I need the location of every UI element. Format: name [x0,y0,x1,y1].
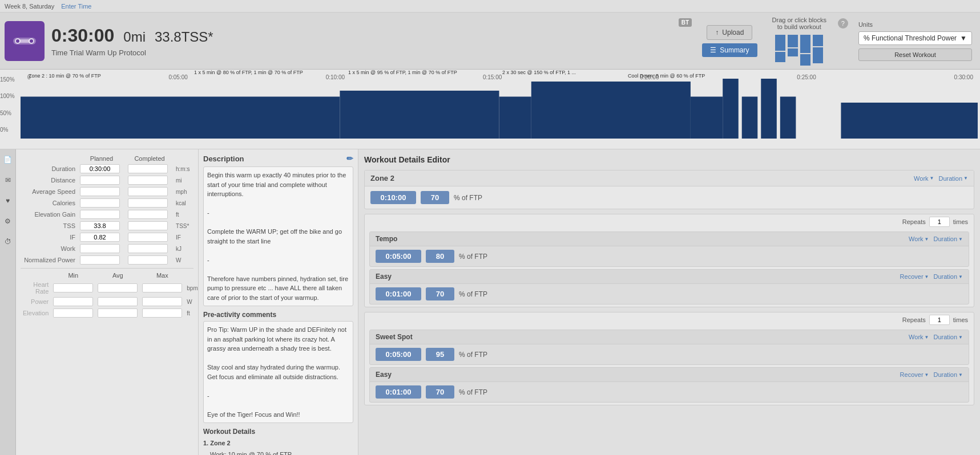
main-content: 📄 ✉ ♥ ⚙ ⏱ Planned Completed Duration h:m… [0,149,980,455]
minmax-avg[interactable] [95,280,140,296]
sidebar-tool-icon[interactable]: ⚙ [2,216,14,227]
times-label-2: times [953,316,968,323]
reset-button[interactable]: Reset Workout [858,48,972,61]
repeats-input-2[interactable] [929,315,950,325]
easy-2-duration-btn[interactable]: Duration [934,371,963,378]
completed-header: Completed [126,154,174,163]
sidebar-mail-icon[interactable]: ✉ [2,174,14,186]
sidebar-clock-icon[interactable]: ⏱ [2,236,14,247]
stats-planned[interactable] [78,254,126,266]
stats-planned[interactable] [78,186,126,197]
minmax-avg[interactable] [95,296,140,307]
sweetspot-work-btn[interactable]: Work [909,334,929,340]
stats-planned[interactable] [78,174,126,186]
easy-1-row: % of FTP [370,284,969,304]
minmax-row: Heart Rate bpm [21,280,199,296]
stats-unit: h:m:s [174,163,193,174]
bt-badge: BT [679,18,692,27]
easy-1-time[interactable] [376,287,421,300]
zone-2-controls: Work Duration [914,175,968,182]
edit-icon[interactable]: ✏ [346,154,353,163]
stats-planned[interactable] [78,220,126,231]
workout-detail-item: 1. Zone 2 [203,438,353,449]
stats-divider [21,268,193,269]
stats-planned[interactable] [78,209,126,220]
easy-1-duration-btn[interactable]: Duration [934,273,963,280]
minmax-min[interactable] [51,296,95,307]
y-50: 50% [0,110,15,116]
minmax-max[interactable] [140,307,184,319]
summary-icon: ☰ [710,46,716,54]
tempo-work-btn[interactable]: Work [909,235,929,242]
summary-button[interactable]: ☰ Summary [702,43,757,57]
tempo-controls: Work Duration [909,235,963,242]
stats-completed[interactable] [126,197,174,209]
sidebar-heart-icon[interactable]: ♥ [2,195,14,206]
zone-2-duration-btn[interactable]: Duration [939,175,969,182]
help-button[interactable]: ? [838,18,848,29]
minmax-min[interactable] [51,280,95,296]
sweetspot-power[interactable] [426,348,454,361]
units-select[interactable]: % Functional Threshold Power ▼ [858,31,972,45]
stats-planned[interactable] [78,163,126,174]
stats-completed[interactable] [126,209,174,220]
max-header: Max [140,271,184,280]
minmax-max[interactable] [140,296,184,307]
easy-1-recover-btn[interactable]: Recover [900,273,929,280]
sidebar-file-icon[interactable]: 📄 [2,154,14,165]
stats-planned[interactable] [78,243,126,254]
easy-2-controls: Recover Duration [900,371,963,378]
stats-completed[interactable] [126,174,174,186]
tooltip-3: 1 x 5 min @ 95 % of FTP, 1 min @ 70 % of… [348,70,457,75]
zone-2-time[interactable] [370,191,416,204]
easy-2-power[interactable] [426,385,454,399]
stats-completed[interactable] [126,186,174,197]
stats-planned[interactable] [78,197,126,209]
stats-completed[interactable] [126,220,174,231]
upload-icon: ↑ [715,29,719,36]
sweetspot-header: Sweet Spot Work Duration [370,330,969,344]
upload-button[interactable]: ↑ Upload [707,25,752,40]
repeat-2-block: Repeats times Sweet Spot Work Duration %… [364,312,974,405]
stats-planned[interactable] [78,231,126,243]
minmax-avg[interactable] [95,307,140,319]
easy-2-time[interactable] [376,385,421,399]
stats-completed[interactable] [126,163,174,174]
enter-time[interactable]: Enter Time [61,3,91,10]
sweetspot-duration-btn[interactable]: Duration [934,334,963,340]
stats-row: Duration h:m:s [21,163,193,174]
tooltip-5: Cool Down: 5 min @ 60 % of FTP [628,73,705,79]
tempo-power[interactable] [426,250,454,263]
zone-2-work-btn[interactable]: Work [914,175,934,182]
tempo-duration-btn[interactable]: Duration [934,235,963,242]
sweetspot-name: Sweet Spot [376,333,413,341]
minmax-max[interactable] [140,280,184,296]
svg-rect-8 [499,97,531,139]
top-bar: Week 8, Saturday Enter Time [0,0,980,13]
svg-rect-10 [691,97,723,139]
stats-label: Calories [21,197,78,209]
stats-table: Planned Completed Duration h:m:s Distanc… [21,154,193,266]
summary-label: Summary [720,46,749,54]
easy-2-row: % of FTP [370,382,969,402]
sweetspot-controls: Work Duration [909,334,963,340]
stats-row: Average Speed mph [21,186,193,197]
stats-completed[interactable] [126,231,174,243]
blocks-container[interactable] [775,35,823,66]
tempo-time[interactable] [376,250,421,263]
svg-rect-14 [780,97,796,139]
stats-completed[interactable] [126,254,174,266]
tempo-name: Tempo [376,235,397,243]
tempo-header: Tempo Work Duration [370,232,969,246]
minmax-min[interactable] [51,307,95,319]
help-icon[interactable]: ? [838,18,848,29]
stats-unit: kcal [174,197,193,209]
easy-2-recover-btn[interactable]: Recover [900,371,929,378]
stats-completed[interactable] [126,243,174,254]
description-panel: Description ✏ Begin this warm up exactly… [199,149,358,455]
sweetspot-time[interactable] [376,348,421,361]
easy-1-power[interactable] [426,287,454,300]
zone-2-power[interactable] [421,191,449,204]
repeats-input-1[interactable] [929,217,950,227]
stats-label: Elevation Gain [21,209,78,220]
